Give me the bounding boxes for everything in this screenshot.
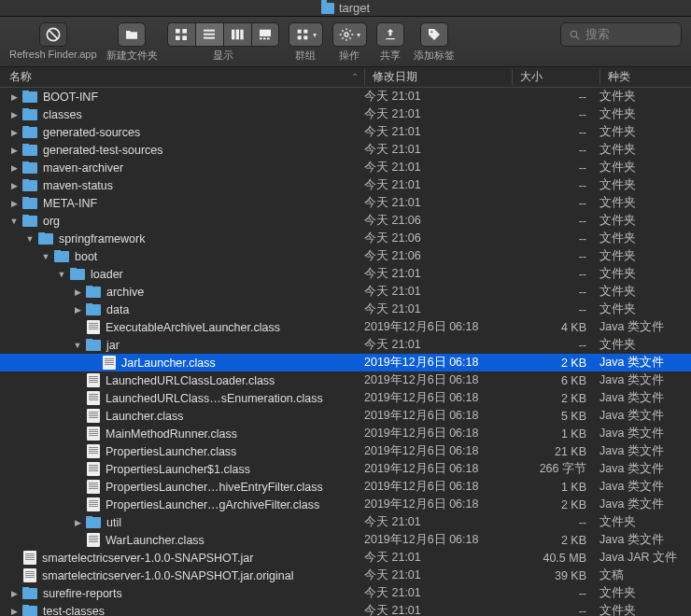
disclosure-triangle[interactable]: ▶ bbox=[73, 305, 82, 315]
file-kind: 文件夹 bbox=[599, 231, 691, 246]
file-row[interactable]: WarLauncher.class2019年12月6日 06:182 KBJav… bbox=[0, 531, 691, 549]
share-label: 共享 bbox=[380, 49, 401, 63]
disclosure-triangle[interactable]: ▶ bbox=[73, 518, 82, 527]
file-date: 2019年12月6日 06:18 bbox=[364, 408, 512, 424]
file-date: 今天 21:01 bbox=[364, 284, 512, 300]
folder-icon bbox=[22, 91, 37, 103]
file-row[interactable]: ▶BOOT-INF今天 21:01--文件夹 bbox=[0, 88, 691, 105]
file-row[interactable]: ▼springframework今天 21:06--文件夹 bbox=[0, 230, 691, 247]
file-row[interactable]: ▶archive今天 21:01--文件夹 bbox=[0, 283, 691, 301]
file-size: -- bbox=[512, 303, 599, 316]
file-row[interactable]: ExecutableArchiveLauncher.class2019年12月6… bbox=[0, 318, 691, 336]
file-name: generated-sources bbox=[43, 126, 140, 139]
share-button[interactable] bbox=[376, 22, 404, 47]
file-row[interactable]: ▶data今天 21:01--文件夹 bbox=[0, 301, 691, 318]
file-date: 2019年12月6日 06:18 bbox=[364, 426, 512, 441]
file-row[interactable]: MainMethodRunner.class2019年12月6日 06:181 … bbox=[0, 425, 691, 442]
group-button[interactable]: ▾ bbox=[289, 22, 323, 47]
file-row[interactable]: ▼jar今天 21:01--文件夹 bbox=[0, 336, 691, 354]
sort-indicator-icon: ⌃ bbox=[351, 72, 359, 82]
view-column-button[interactable] bbox=[223, 22, 251, 47]
disclosure-triangle[interactable]: ▶ bbox=[9, 128, 19, 137]
search-placeholder: 搜索 bbox=[585, 26, 610, 43]
file-kind: 文件夹 bbox=[599, 266, 691, 282]
file-kind: Java 类文件 bbox=[599, 408, 691, 424]
view-icon-button[interactable] bbox=[167, 22, 195, 47]
folder-icon bbox=[22, 606, 37, 617]
file-row[interactable]: PropertiesLauncher…hiveEntryFilter.class… bbox=[0, 478, 691, 496]
file-row[interactable]: ▶classes今天 21:01--文件夹 bbox=[0, 105, 691, 123]
file-row[interactable]: smartelectricserver-1.0.0-SNAPSHOT.jar.o… bbox=[0, 567, 691, 584]
disclosure-triangle[interactable]: ▶ bbox=[9, 181, 19, 190]
file-name: maven-archiver bbox=[43, 161, 123, 175]
file-size: -- bbox=[512, 268, 599, 281]
disclosure-triangle[interactable]: ▶ bbox=[9, 110, 19, 119]
file-kind: 文件夹 bbox=[599, 160, 691, 175]
disclosure-triangle[interactable]: ▶ bbox=[9, 589, 19, 598]
disclosure-triangle[interactable]: ▶ bbox=[9, 199, 19, 208]
file-row[interactable]: PropertiesLauncher.class2019年12月6日 06:18… bbox=[0, 442, 691, 460]
file-row[interactable]: ▶META-INF今天 21:01--文件夹 bbox=[0, 194, 691, 212]
file-row[interactable]: JarLauncher.class2019年12月6日 06:182 KBJav… bbox=[0, 354, 691, 371]
file-row[interactable]: ▶generated-test-sources今天 21:01--文件夹 bbox=[0, 141, 691, 159]
svg-rect-4 bbox=[176, 35, 180, 40]
column-header-kind[interactable]: 种类 bbox=[599, 69, 691, 85]
file-row[interactable]: ▶maven-archiver今天 21:01--文件夹 bbox=[0, 159, 691, 176]
svg-point-21 bbox=[430, 31, 432, 33]
view-gallery-button[interactable] bbox=[251, 22, 279, 47]
search-input[interactable]: 搜索 bbox=[560, 22, 682, 47]
tags-button[interactable] bbox=[420, 22, 448, 47]
file-row[interactable]: LaunchedURLClassLoader.class2019年12月6日 0… bbox=[0, 371, 691, 389]
file-row[interactable]: ▶generated-sources今天 21:01--文件夹 bbox=[0, 123, 691, 141]
file-row[interactable]: ▶test-classes今天 21:01--文件夹 bbox=[0, 602, 691, 616]
file-date: 2019年12月6日 06:18 bbox=[364, 390, 512, 406]
svg-line-23 bbox=[576, 36, 579, 39]
file-row[interactable]: LaunchedURLClass…sEnumeration.class2019年… bbox=[0, 389, 691, 407]
file-name: WarLauncher.class bbox=[106, 534, 204, 547]
svg-rect-15 bbox=[267, 37, 270, 39]
file-kind: 文件夹 bbox=[599, 603, 691, 616]
file-row[interactable]: ▶maven-status今天 21:01--文件夹 bbox=[0, 176, 691, 194]
disclosure-triangle[interactable]: ▼ bbox=[9, 217, 19, 226]
disclosure-triangle[interactable]: ▶ bbox=[9, 163, 19, 173]
svg-point-20 bbox=[345, 33, 348, 36]
disclosure-triangle[interactable]: ▶ bbox=[9, 607, 19, 616]
refresh-finder-button[interactable] bbox=[39, 22, 67, 47]
file-date: 2019年12月6日 06:18 bbox=[364, 461, 512, 477]
file-row[interactable]: Launcher.class2019年12月6日 06:185 KBJava 类… bbox=[0, 407, 691, 425]
file-icon bbox=[87, 497, 100, 511]
file-size: -- bbox=[512, 197, 599, 210]
disclosure-triangle[interactable]: ▶ bbox=[73, 287, 82, 297]
file-row[interactable]: ▶util今天 21:01--文件夹 bbox=[0, 513, 691, 531]
file-row[interactable]: ▶surefire-reports今天 21:01--文件夹 bbox=[0, 584, 691, 602]
file-row[interactable]: PropertiesLauncher…gArchiveFilter.class2… bbox=[0, 496, 691, 513]
disclosure-triangle[interactable]: ▼ bbox=[41, 252, 50, 261]
column-header-size[interactable]: 大小 bbox=[512, 69, 599, 85]
file-name: Launcher.class bbox=[106, 410, 183, 423]
new-folder-button[interactable] bbox=[118, 22, 146, 47]
disclosure-triangle[interactable]: ▼ bbox=[25, 234, 35, 244]
file-kind: 文件夹 bbox=[599, 195, 691, 211]
svg-rect-5 bbox=[182, 35, 187, 40]
view-label: 显示 bbox=[213, 49, 233, 63]
file-row[interactable]: smartelectricserver-1.0.0-SNAPSHOT.jar今天… bbox=[0, 549, 691, 567]
file-row[interactable]: ▼loader今天 21:01--文件夹 bbox=[0, 265, 691, 283]
disclosure-triangle[interactable]: ▶ bbox=[9, 146, 19, 155]
column-header-date[interactable]: 修改日期 bbox=[364, 69, 512, 85]
disclosure-triangle[interactable]: ▼ bbox=[73, 341, 82, 350]
file-name: META-INF bbox=[43, 197, 97, 210]
folder-icon bbox=[22, 127, 37, 138]
view-list-button[interactable] bbox=[195, 22, 223, 47]
folder-icon bbox=[22, 162, 37, 174]
action-button[interactable]: ▾ bbox=[332, 22, 367, 47]
file-name: PropertiesLauncher.class bbox=[106, 445, 236, 458]
file-row[interactable]: ▼boot今天 21:06--文件夹 bbox=[0, 247, 691, 265]
disclosure-triangle[interactable]: ▶ bbox=[9, 92, 19, 102]
column-header-name[interactable]: 名称⌃ bbox=[0, 69, 364, 85]
file-size: 6 KB bbox=[512, 374, 599, 387]
file-name: JarLauncher.class bbox=[121, 357, 216, 370]
disclosure-triangle[interactable]: ▼ bbox=[57, 270, 66, 279]
file-row[interactable]: ▼org今天 21:06--文件夹 bbox=[0, 212, 691, 230]
file-size: -- bbox=[512, 91, 599, 104]
file-row[interactable]: PropertiesLauncher$1.class2019年12月6日 06:… bbox=[0, 460, 691, 478]
